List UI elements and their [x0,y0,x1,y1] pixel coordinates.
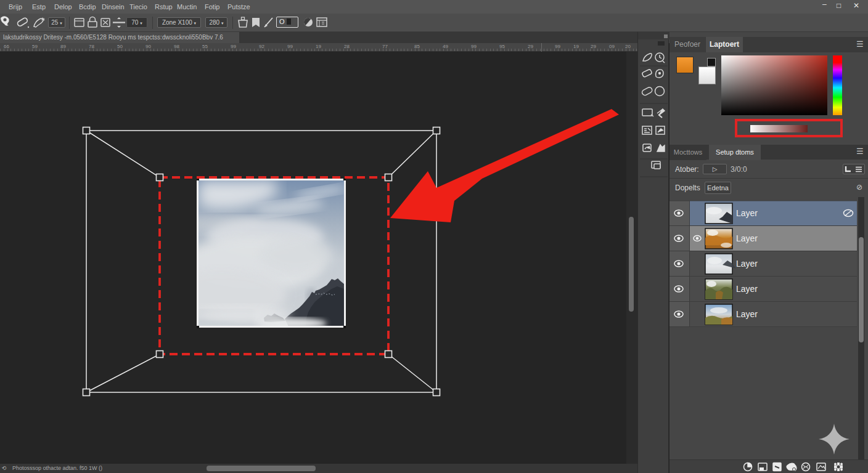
svg-text:Layer: Layer [736,233,758,243]
svg-text:Layer: Layer [736,259,758,269]
svg-text:Layer: Layer [736,284,758,294]
svg-text:Layer: Layer [736,309,758,319]
svg-text:Layer: Layer [736,208,758,218]
